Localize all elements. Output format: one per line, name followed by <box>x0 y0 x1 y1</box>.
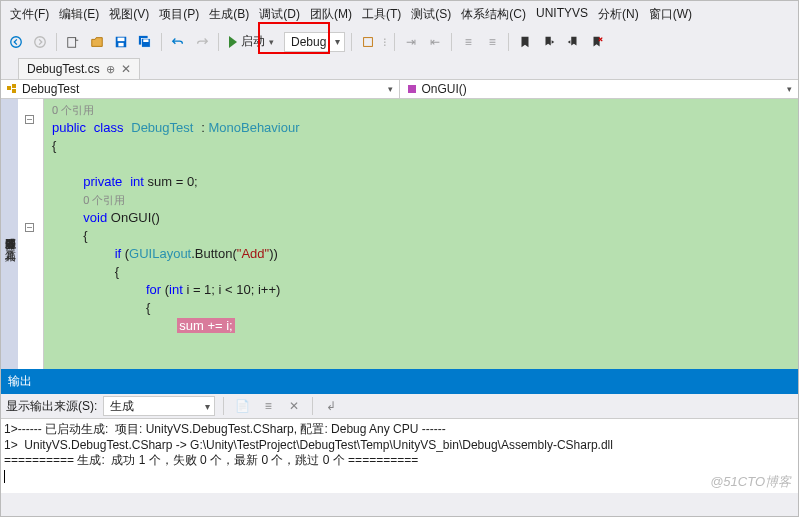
save-all-icon[interactable] <box>135 32 155 52</box>
highlight-box <box>258 22 330 54</box>
menu-file[interactable]: 文件(F) <box>6 4 53 25</box>
save-icon[interactable] <box>111 32 131 52</box>
side-tool-tabs[interactable]: 服务器资源管理器 工具箱 <box>0 99 18 369</box>
fold-icon[interactable]: – <box>25 223 34 232</box>
main-toolbar: 启动 ▾ Debug ⫶ ⇥ ⇤ ≡ ≡ <box>0 29 799 58</box>
tab-debugtest[interactable]: DebugTest.cs ⊕ ✕ <box>18 58 140 79</box>
svg-point-0 <box>11 36 22 47</box>
svg-rect-10 <box>7 86 11 90</box>
menu-edit[interactable]: 编辑(E) <box>55 4 103 25</box>
output-panel-title[interactable]: 输出 <box>0 369 799 394</box>
bookmark-prev-icon[interactable] <box>539 32 559 52</box>
find-icon[interactable]: ≡ <box>258 396 278 416</box>
output-toolbar: 显示输出来源(S): 生成 📄 ≡ ✕ ↲ <box>0 394 799 419</box>
pin-icon[interactable]: ⊕ <box>106 63 115 76</box>
output-source-selector[interactable]: 生成 <box>103 396 215 416</box>
separator <box>223 397 224 415</box>
class-icon <box>6 83 18 95</box>
menu-test[interactable]: 测试(S) <box>407 4 455 25</box>
menu-build[interactable]: 生成(B) <box>205 4 253 25</box>
new-item-icon[interactable] <box>63 32 83 52</box>
separator <box>508 33 509 51</box>
menu-project[interactable]: 项目(P) <box>155 4 203 25</box>
svg-rect-5 <box>118 42 123 46</box>
nav-forward-icon[interactable] <box>30 32 50 52</box>
watermark: @51CTO博客 <box>710 473 791 491</box>
open-icon[interactable] <box>87 32 107 52</box>
play-icon <box>229 36 237 48</box>
separator <box>312 397 313 415</box>
method-icon <box>406 83 418 95</box>
code-nav-bar: DebugTest ▾ OnGUI() ▾ <box>0 80 799 99</box>
svg-rect-12 <box>12 89 16 93</box>
svg-point-1 <box>35 36 46 47</box>
undo-icon[interactable] <box>168 32 188 52</box>
menu-bar: 文件(F) 编辑(E) 视图(V) 项目(P) 生成(B) 调试(D) 团队(M… <box>0 0 799 29</box>
step-icon: ⇤ <box>425 32 445 52</box>
svg-rect-11 <box>12 84 16 88</box>
separator <box>161 33 162 51</box>
redo-icon[interactable] <box>192 32 212 52</box>
tab-filename: DebugTest.cs <box>27 62 100 76</box>
svg-rect-13 <box>408 85 416 93</box>
menu-unityvs[interactable]: UNITYVS <box>532 4 592 25</box>
svg-rect-2 <box>68 37 76 47</box>
separator <box>351 33 352 51</box>
goto-icon[interactable]: 📄 <box>232 396 252 416</box>
nav-back-icon[interactable] <box>6 32 26 52</box>
step-icon: ⇥ <box>401 32 421 52</box>
menu-tools[interactable]: 工具(T) <box>358 4 405 25</box>
indent-icon: ≡ <box>458 32 478 52</box>
output-source-label: 显示输出来源(S): <box>6 398 97 415</box>
fold-icon[interactable]: – <box>25 115 34 124</box>
editor-area: 服务器资源管理器 工具箱 – – 0 个引用 public class Debu… <box>0 99 799 369</box>
svg-rect-9 <box>364 37 373 46</box>
gutter[interactable]: – – <box>18 99 44 369</box>
method-selector[interactable]: OnGUI() ▾ <box>400 80 800 98</box>
menu-architecture[interactable]: 体系结构(C) <box>457 4 530 25</box>
menu-view[interactable]: 视图(V) <box>105 4 153 25</box>
class-selector[interactable]: DebugTest ▾ <box>0 80 400 98</box>
bookmark-next-icon[interactable] <box>563 32 583 52</box>
document-tabs: DebugTest.cs ⊕ ✕ <box>0 58 799 80</box>
separator <box>451 33 452 51</box>
attach-icon[interactable] <box>358 32 378 52</box>
separator <box>218 33 219 51</box>
separator <box>394 33 395 51</box>
close-icon[interactable]: ✕ <box>121 62 131 76</box>
outdent-icon: ≡ <box>482 32 502 52</box>
separator <box>56 33 57 51</box>
svg-rect-4 <box>118 37 125 41</box>
bookmark-clear-icon[interactable] <box>587 32 607 52</box>
clear-icon[interactable]: ✕ <box>284 396 304 416</box>
code-editor[interactable]: 0 个引用 public class DebugTest : MonoBehav… <box>44 99 799 369</box>
menu-analyze[interactable]: 分析(N) <box>594 4 643 25</box>
bookmark-icon[interactable] <box>515 32 535 52</box>
svg-rect-8 <box>143 39 148 42</box>
output-text[interactable]: 1>------ 已启动生成: 项目: UnityVS.DebugTest.CS… <box>0 419 799 493</box>
wrap-icon[interactable]: ↲ <box>321 396 341 416</box>
menu-window[interactable]: 窗口(W) <box>645 4 696 25</box>
